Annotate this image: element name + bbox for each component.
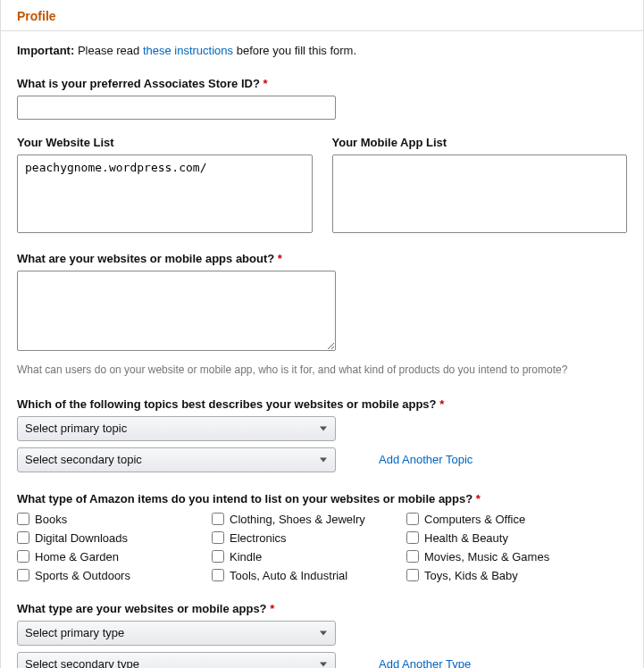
important-notice: Important: Please read these instruction… <box>17 44 627 57</box>
primary-topic-select[interactable]: Select primary topic <box>17 416 336 441</box>
checkbox-kindle[interactable] <box>212 550 224 563</box>
site-type-label: What type are your websites or mobile ap… <box>17 602 627 615</box>
checkbox-item[interactable]: Sports & Outdoors <box>17 569 212 582</box>
checkbox-home[interactable] <box>17 550 29 563</box>
about-help-text: What can users do on your website or mob… <box>17 363 627 378</box>
checkbox-electronics[interactable] <box>212 531 224 544</box>
secondary-topic-select[interactable]: Select secondary topic <box>17 447 336 472</box>
checkbox-item[interactable]: Toys, Kids & Baby <box>406 569 601 582</box>
store-id-input[interactable] <box>17 96 336 120</box>
required-marker: * <box>439 397 444 411</box>
add-another-type-link[interactable]: Add Another Type <box>379 657 471 668</box>
checkbox-books[interactable] <box>17 513 29 525</box>
important-text-before: Please read <box>74 44 143 57</box>
checkbox-health[interactable] <box>406 531 419 544</box>
checkbox-item[interactable]: Electronics <box>212 531 406 545</box>
checkbox-computers[interactable] <box>406 513 419 525</box>
required-marker: * <box>270 602 274 615</box>
checkbox-item[interactable]: Books <box>17 513 212 526</box>
required-marker: * <box>263 77 267 90</box>
secondary-type-select[interactable]: Select secondary type <box>17 652 336 668</box>
primary-type-select[interactable]: Select primary type <box>17 621 336 646</box>
checkbox-toys[interactable] <box>406 569 419 581</box>
checkbox-item[interactable]: Computers & Office <box>406 513 601 526</box>
checkbox-clothing[interactable] <box>212 513 224 525</box>
required-marker: * <box>278 252 282 265</box>
checkbox-item[interactable]: Digital Downloads <box>17 531 212 545</box>
important-text-after: before you fill this form. <box>233 44 356 57</box>
items-label: What type of Amazon items do you intend … <box>17 492 627 505</box>
add-another-topic-link[interactable]: Add Another Topic <box>379 453 473 466</box>
checkbox-item[interactable]: Health & Beauty <box>406 531 601 545</box>
checkbox-movies[interactable] <box>406 550 419 563</box>
about-textarea[interactable] <box>17 271 336 351</box>
checkbox-tools[interactable] <box>212 569 224 581</box>
about-label: What are your websites or mobile apps ab… <box>17 252 627 265</box>
store-id-label: What is your preferred Associates Store … <box>17 77 627 90</box>
mobile-app-list-textarea[interactable] <box>332 154 628 233</box>
checkbox-item[interactable]: Tools, Auto & Industrial <box>212 569 406 582</box>
website-list-label: Your Website List <box>17 136 313 149</box>
website-list-textarea[interactable]: peachygnome.wordpress.com/ <box>17 154 313 233</box>
checkbox-item[interactable]: Movies, Music & Games <box>406 550 601 564</box>
checkbox-digital[interactable] <box>17 531 29 544</box>
mobile-app-list-label: Your Mobile App List <box>332 136 628 149</box>
checkbox-sports[interactable] <box>17 569 29 581</box>
important-label: Important: <box>17 44 74 57</box>
required-marker: * <box>476 492 481 505</box>
profile-form: Profile Important: Please read these ins… <box>0 0 644 668</box>
checkbox-item[interactable]: Home & Garden <box>17 550 212 564</box>
topics-label: Which of the following topics best descr… <box>17 397 627 411</box>
instructions-link[interactable]: these instructions <box>143 44 233 57</box>
checkbox-item[interactable]: Kindle <box>212 550 406 564</box>
section-title: Profile <box>1 0 643 31</box>
items-checkbox-grid: Books Clothing, Shoes & Jewelry Computer… <box>17 513 627 582</box>
form-content: Important: Please read these instruction… <box>1 31 643 668</box>
checkbox-item[interactable]: Clothing, Shoes & Jewelry <box>212 513 406 526</box>
